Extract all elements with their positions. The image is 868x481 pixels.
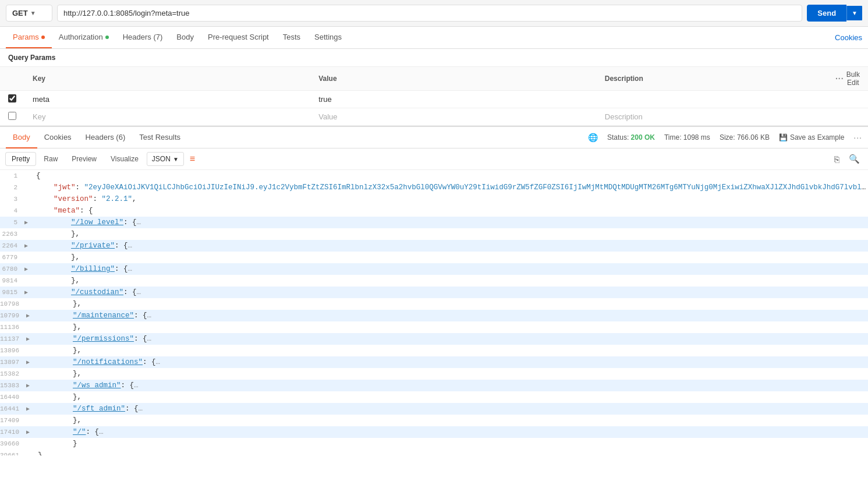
json-line: 11136 },: [0, 321, 868, 333]
json-line: 1 {: [0, 170, 868, 182]
line-number: 15382: [0, 369, 26, 380]
line-content: "meta": {: [34, 205, 868, 217]
row-checkbox-cell: [0, 91, 24, 108]
empty-description[interactable]: Description: [597, 108, 827, 126]
line-content: {: [34, 170, 868, 182]
json-line: 9815▶ "/custodian": {…: [0, 287, 868, 298]
json-line: 17409 },: [0, 415, 868, 426]
json-line: 5▶ "/low_level": {…: [0, 217, 868, 228]
format-preview-button[interactable]: Preview: [66, 153, 102, 165]
line-content: },: [34, 228, 868, 240]
line-content: },: [36, 391, 868, 403]
collapse-arrow[interactable]: ▶: [26, 405, 36, 414]
method-label: GET: [12, 9, 28, 17]
resp-tab-headers[interactable]: Headers (6): [79, 127, 133, 148]
response-tabs: Body Cookies Headers (6) Test Results 🌐 …: [0, 126, 868, 148]
collapse-arrow[interactable]: ▶: [26, 358, 36, 367]
tab-authorization[interactable]: Authorization: [52, 27, 116, 48]
json-line: 2263 },: [0, 228, 868, 240]
line-number: 6780: [0, 264, 24, 275]
json-line: 11137▶ "/permissions": {…: [0, 333, 868, 345]
size-label: Size: 766.06 KB: [720, 133, 770, 142]
line-content: "/notifications": {…: [36, 356, 868, 368]
tab-prerequest[interactable]: Pre-request Script: [201, 27, 276, 48]
empty-actions: [827, 108, 868, 126]
collapse-arrow[interactable]: ▶: [26, 381, 36, 391]
line-number: 10799: [0, 311, 26, 321]
row-checkbox[interactable]: [8, 94, 16, 102]
save-example-button[interactable]: 💾 Save as Example: [779, 133, 844, 142]
auth-dot: [105, 36, 109, 39]
search-button[interactable]: 🔍: [846, 153, 862, 165]
line-content: },: [34, 275, 868, 287]
empty-value[interactable]: Value: [310, 108, 597, 126]
empty-row-checkbox[interactable]: [8, 112, 16, 120]
json-line: 39660 }: [0, 438, 868, 450]
json-line: 39661 }: [0, 450, 868, 455]
collapse-arrow[interactable]: ▶: [26, 312, 36, 321]
line-content: },: [36, 368, 868, 380]
collapse-arrow[interactable]: ▶: [24, 242, 34, 251]
line-number: 2263: [0, 229, 24, 240]
method-chevron-icon: ▼: [30, 10, 36, 16]
line-content: },: [36, 298, 868, 310]
collapse-arrow[interactable]: ▶: [26, 335, 36, 344]
collapse-arrow[interactable]: ▶: [24, 265, 34, 274]
response-status-bar: 🌐 Status: 200 OK Time: 1098 ms Size: 766…: [588, 133, 862, 142]
json-line: 13896 },: [0, 345, 868, 356]
url-input[interactable]: [57, 5, 802, 22]
row-value: true: [310, 91, 597, 108]
json-line: 15382 },: [0, 368, 868, 380]
params-table: Key Value Description ··· Bulk Edit meta…: [0, 66, 868, 126]
line-number: 17409: [0, 416, 26, 426]
tab-tests[interactable]: Tests: [276, 27, 307, 48]
json-line: 13897▶ "/notifications": {…: [0, 356, 868, 368]
tab-settings[interactable]: Settings: [307, 27, 349, 48]
collapse-arrow[interactable]: ▶: [26, 428, 36, 437]
json-line: 16440 },: [0, 391, 868, 403]
resp-tab-testresults[interactable]: Test Results: [132, 127, 187, 148]
filter-button[interactable]: ≡: [190, 154, 195, 164]
format-pretty-button[interactable]: Pretty: [6, 153, 36, 165]
line-number: 11136: [0, 323, 26, 333]
collapse-arrow[interactable]: ▶: [24, 218, 34, 228]
tab-headers[interactable]: Headers (7): [116, 27, 170, 48]
method-select[interactable]: GET ▼: [6, 5, 52, 22]
params-more-icon[interactable]: ···: [835, 74, 844, 83]
format-right-actions: ⎘ 🔍: [832, 153, 862, 165]
line-number: 9815: [0, 288, 24, 298]
request-tabs: Params Authorization Headers (7) Body Pr…: [0, 27, 868, 49]
format-visualize-button[interactable]: Visualize: [105, 153, 144, 165]
line-number: 11137: [0, 334, 26, 345]
bulk-edit-button[interactable]: Bulk Edit: [846, 70, 860, 87]
params-check-header: [0, 67, 24, 91]
format-raw-button[interactable]: Raw: [38, 153, 63, 165]
line-number: 13897: [0, 358, 26, 368]
json-line: 9814 },: [0, 275, 868, 287]
resp-tab-cookies[interactable]: Cookies: [37, 127, 79, 148]
collapse-arrow[interactable]: ▶: [24, 288, 34, 298]
resp-tab-body[interactable]: Body: [6, 127, 37, 148]
json-line: 4 "meta": {: [0, 205, 868, 217]
cookies-link[interactable]: Cookies: [835, 33, 862, 42]
line-number: 3: [0, 194, 24, 205]
json-line: 6780▶ "/billing": {…: [0, 263, 868, 275]
line-number: 6779: [0, 253, 24, 263]
line-number: 16440: [0, 392, 26, 403]
json-format-select[interactable]: JSON ▼: [147, 152, 184, 166]
send-dropdown-button[interactable]: ▼: [846, 6, 862, 20]
send-main-button[interactable]: Send: [807, 5, 846, 22]
query-params-title: Query Params: [0, 49, 868, 66]
response-more-icon[interactable]: ···: [853, 133, 862, 142]
tab-body[interactable]: Body: [169, 27, 201, 48]
json-line: 16441▶ "/sft_admin": {…: [0, 403, 868, 415]
time-label: Time: 1098 ms: [664, 133, 710, 142]
tab-params[interactable]: Params: [6, 27, 52, 48]
line-number: 9814: [0, 276, 24, 287]
json-line: 15383▶ "/ws_admin": {…: [0, 380, 868, 391]
copy-button[interactable]: ⎘: [832, 153, 842, 165]
table-row: meta true: [0, 91, 868, 108]
json-line: 10799▶ "/maintenance": {…: [0, 310, 868, 321]
empty-key[interactable]: Key: [24, 108, 310, 126]
json-line: 6779 },: [0, 252, 868, 263]
